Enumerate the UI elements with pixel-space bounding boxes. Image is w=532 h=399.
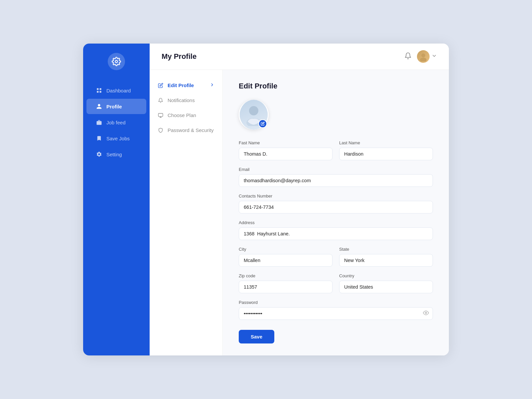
gear-icon <box>112 57 121 66</box>
state-label: State <box>339 247 433 252</box>
chevron-down-icon <box>432 53 437 60</box>
sidebar-nav: Dashboard Profile Job feed <box>83 82 150 163</box>
save-button[interactable]: Save <box>239 330 274 343</box>
sub-sidebar: Edit Profile Notificat <box>150 70 223 355</box>
password-input[interactable] <box>239 307 433 320</box>
sub-nav-label: Password & Security <box>168 127 213 133</box>
state-input[interactable] <box>339 254 433 267</box>
last-name-group: Last Name <box>339 140 433 160</box>
settings-icon <box>96 151 102 158</box>
sidebar-item-setting[interactable]: Setting <box>86 147 146 162</box>
state-group: State <box>339 247 433 267</box>
main-content: My Profile <box>150 44 449 355</box>
sidebar-item-dashboard[interactable]: Dashboard <box>86 83 146 98</box>
sidebar-item-label: Dashboard <box>106 88 131 93</box>
zip-code-label: Zip code <box>239 273 332 278</box>
name-row: Fast Name Last Name <box>239 140 433 160</box>
email-row: Email <box>239 167 433 187</box>
plan-icon <box>158 113 164 118</box>
country-group: Country <box>339 273 433 293</box>
sub-nav-label: Notifications <box>168 97 195 103</box>
address-label: Address <box>239 220 433 225</box>
zip-code-input[interactable] <box>239 281 332 293</box>
contacts-number-input[interactable] <box>239 201 433 213</box>
user-icon <box>96 103 102 110</box>
zip-code-group: Zip code <box>239 273 332 293</box>
avatar-section <box>239 100 433 130</box>
arrow-icon <box>210 82 214 88</box>
profile-avatar <box>239 100 269 130</box>
address-input[interactable] <box>239 227 433 240</box>
page-title: My Profile <box>162 52 197 61</box>
svg-point-12 <box>425 312 427 314</box>
country-label: Country <box>339 273 433 278</box>
avatar <box>417 50 430 63</box>
sub-nav-label: Edit Profile <box>168 82 194 88</box>
content-area: Edit Profile Notificat <box>150 70 449 355</box>
country-input[interactable] <box>339 281 433 293</box>
avatar-image <box>417 50 430 63</box>
pencil-icon <box>158 83 164 88</box>
city-input[interactable] <box>239 254 332 267</box>
svg-rect-7 <box>158 113 163 116</box>
address-row: Address <box>239 220 433 240</box>
grid-icon <box>96 87 102 94</box>
password-wrapper <box>239 307 433 320</box>
first-name-input[interactable] <box>239 148 332 160</box>
sidebar-item-label: Job feed <box>106 120 126 125</box>
zip-country-row: Zip code Country <box>239 273 433 293</box>
header-right <box>404 50 437 63</box>
first-name-label: Fast Name <box>239 140 332 145</box>
svg-point-0 <box>115 61 118 63</box>
sub-nav-choose-plan[interactable]: Choose Plan <box>150 108 222 123</box>
svg-rect-2 <box>100 88 101 90</box>
svg-point-5 <box>421 54 425 58</box>
eye-icon[interactable] <box>423 310 429 317</box>
email-label: Email <box>239 167 433 172</box>
sidebar-item-label: Setting <box>106 152 122 157</box>
email-group: Email <box>239 167 433 187</box>
city-label: City <box>239 247 332 252</box>
svg-rect-3 <box>97 91 98 93</box>
sub-nav-edit-profile[interactable]: Edit Profile <box>150 78 222 93</box>
shield-icon <box>158 128 164 133</box>
contacts-number-label: Contacts Number <box>239 194 433 199</box>
last-name-label: Last Name <box>339 140 433 145</box>
address-group: Address <box>239 220 433 240</box>
city-state-row: City State <box>239 247 433 267</box>
last-name-input[interactable] <box>339 148 433 160</box>
contacts-number-group: Contacts Number <box>239 194 433 213</box>
sidebar-item-jobfeed[interactable]: Job feed <box>86 115 146 130</box>
app-container: Dashboard Profile Job feed <box>83 44 449 355</box>
briefcase-icon <box>96 119 102 126</box>
sub-nav-password-security[interactable]: Password & Security <box>150 123 222 138</box>
sub-nav-label: Choose Plan <box>168 112 196 118</box>
sidebar-logo <box>108 53 125 70</box>
sub-nav-notifications[interactable]: Notifications <box>150 93 222 108</box>
sidebar-item-savejobs[interactable]: Save Jobs <box>86 131 146 146</box>
password-row: Password <box>239 300 433 320</box>
password-group: Password <box>239 300 433 320</box>
svg-point-10 <box>249 106 258 115</box>
first-name-group: Fast Name <box>239 140 332 160</box>
sidebar-item-profile[interactable]: Profile <box>86 99 146 114</box>
sidebar-item-label: Profile <box>106 104 122 109</box>
user-avatar-container[interactable] <box>417 50 437 63</box>
form-area: Edit Profile <box>223 70 449 355</box>
phone-row: Contacts Number <box>239 194 433 213</box>
svg-rect-4 <box>100 91 101 93</box>
bookmark-icon <box>96 135 102 142</box>
svg-point-6 <box>420 58 427 62</box>
city-group: City <box>239 247 332 267</box>
notification-bell-icon[interactable] <box>404 52 412 61</box>
sidebar: Dashboard Profile Job feed <box>83 44 150 355</box>
sidebar-item-label: Save Jobs <box>106 136 130 141</box>
bell-nav-icon <box>158 98 164 103</box>
email-input[interactable] <box>239 174 433 187</box>
form-title: Edit Profile <box>239 82 433 90</box>
password-label: Password <box>239 300 433 305</box>
svg-rect-1 <box>97 88 98 90</box>
avatar-edit-button[interactable] <box>258 119 267 128</box>
header: My Profile <box>150 44 449 70</box>
